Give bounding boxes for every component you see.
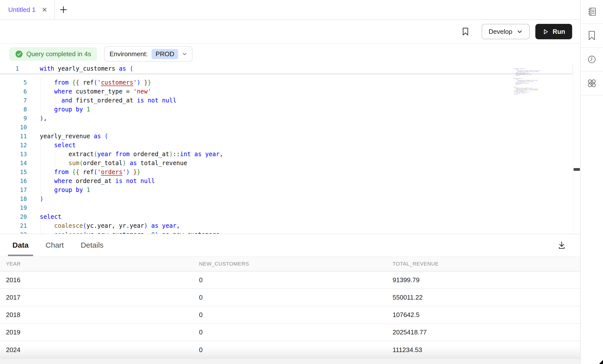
tab-bar: Untitled 1 — [0, 0, 580, 20]
line-number: 5 — [0, 78, 27, 87]
line-number: 9 — [0, 114, 27, 123]
run-button[interactable]: Run — [535, 24, 572, 39]
table-row[interactable]: 20180107642.5 — [0, 306, 580, 324]
line-number: 22 — [0, 230, 27, 234]
results-tab-data[interactable]: Data — [8, 234, 33, 256]
line-number: 17 — [0, 185, 27, 194]
code-line-14[interactable]: 14 sum(order_total) as total_revenue — [0, 159, 187, 168]
tab-untitled-1[interactable]: Untitled 1 — [0, 0, 55, 19]
history-clock-icon — [586, 54, 597, 65]
table-row[interactable]: 20170550011.22 — [0, 289, 580, 306]
code-line-7[interactable]: 7 and first_ordered_at is not null — [0, 96, 176, 105]
main-column: Untitled 1 Develop Run — [0, 0, 580, 364]
bookmark-icon — [587, 30, 597, 41]
table-cell: 91399.79 — [387, 276, 580, 284]
close-icon[interactable] — [41, 6, 48, 13]
table-cell: 0 — [193, 276, 387, 284]
code-line-21[interactable]: 21 coalesce(yc.year, yr.year) as year, — [0, 221, 180, 230]
status-row: Query completed in 4s Environment: PROD — [0, 44, 580, 64]
results-tabs: DataChartDetails — [0, 234, 580, 256]
table-row[interactable]: 20240111234.53 — [0, 341, 580, 359]
toolbar: Develop Run — [0, 20, 580, 44]
table-row[interactable]: 2016091399.79 — [0, 272, 580, 289]
sidebar-history-button[interactable] — [581, 48, 603, 72]
line-number: 7 — [0, 96, 27, 105]
chevron-down-icon — [182, 51, 187, 56]
new-tab-button[interactable] — [55, 0, 72, 19]
line-number: 18 — [0, 194, 27, 203]
code-line-19[interactable]: 19 — [0, 203, 40, 212]
code-line-12[interactable]: 12 select — [0, 141, 76, 150]
line-number: 12 — [0, 141, 27, 150]
code-line-9[interactable]: 9), — [0, 114, 47, 123]
table-cell: 2019 — [0, 328, 193, 336]
line-number: 13 — [0, 150, 27, 159]
sidebar-notebook-button[interactable] — [581, 0, 603, 24]
download-button[interactable] — [556, 240, 567, 251]
table-cell: 2018 — [0, 311, 193, 319]
right-sidebar — [580, 0, 603, 364]
code-line-11[interactable]: 11yearly_revenue as ( — [0, 132, 108, 141]
code-line-20[interactable]: 20select — [0, 212, 61, 221]
run-button-label: Run — [553, 28, 565, 36]
sticky-line-code: with yearly_customers as ( — [40, 64, 133, 73]
code-line-17[interactable]: 17 group by 1 — [0, 185, 90, 194]
develop-button[interactable]: Develop — [482, 24, 530, 39]
code-line-10[interactable]: 10 — [0, 123, 40, 132]
results-tab-details[interactable]: Details — [76, 234, 108, 256]
table-cell: 2016 — [0, 276, 193, 284]
resize-corner-handle[interactable] — [599, 360, 603, 364]
sticky-scroll-line[interactable]: 1 with yearly_customers as ( — [0, 64, 572, 73]
scrollbar-thumb[interactable] — [574, 168, 580, 171]
code-line-13[interactable]: 13 extract(year from ordered_at)::int as… — [0, 150, 223, 159]
column-header-total_revenue: TOTAL_REVENUE — [387, 261, 580, 267]
code-line-8[interactable]: 8 group by 1 — [0, 105, 90, 114]
code-line-16[interactable]: 16 where ordered_at is not null — [0, 177, 155, 185]
table-cell: 0 — [193, 328, 387, 336]
sql-ide-app: Untitled 1 Develop Run — [0, 0, 603, 364]
results-panel: DataChartDetails YEARNEW_CUSTOMERSTOTAL_… — [0, 234, 580, 364]
sidebar-lineage-button[interactable] — [581, 72, 603, 95]
bookmark-icon — [462, 27, 469, 36]
table-row[interactable]: 201902025418.77 — [0, 324, 580, 341]
environment-value-chip: PROD — [151, 49, 178, 59]
bookmark-button[interactable] — [462, 27, 469, 36]
line-number: 15 — [0, 168, 27, 177]
line-number: 10 — [0, 123, 27, 132]
environment-selector[interactable]: Environment: PROD — [104, 46, 193, 62]
download-icon — [557, 241, 566, 250]
code-line-18[interactable]: 18) — [0, 194, 43, 203]
table-cell: 550011.22 — [387, 294, 580, 301]
column-header-new_customers: NEW_CUSTOMERS — [193, 261, 387, 267]
table-cell: 0 — [193, 294, 387, 301]
develop-button-label: Develop — [489, 28, 512, 36]
table-cell: 0 — [193, 346, 387, 354]
code-line-5[interactable]: 5 from {{ ref('customers') }} — [0, 78, 151, 87]
table-cell: 111234.53 — [387, 346, 580, 354]
table-cell: 2024 — [0, 346, 193, 354]
horizontal-scrollbar-track[interactable] — [0, 359, 580, 364]
table-cell: 2017 — [0, 294, 193, 301]
code-line-15[interactable]: 15 from {{ ref('orders') }} — [0, 168, 141, 177]
table-cell: 107642.5 — [387, 311, 580, 319]
code-line-22[interactable]: 22 coalesce(yc.new_customers, 0) as new_… — [0, 230, 223, 234]
results-tab-chart[interactable]: Chart — [41, 234, 68, 256]
column-header-year: YEAR — [0, 261, 193, 267]
chevron-down-icon — [517, 29, 523, 35]
line-number: 11 — [0, 132, 27, 141]
line-number: 21 — [0, 221, 27, 230]
line-number: 1 — [0, 64, 19, 73]
sidebar-bookmarks-button[interactable] — [581, 24, 603, 48]
notebook-icon — [586, 6, 597, 17]
table-body: 2016091399.7920170550011.2220180107642.5… — [0, 272, 580, 359]
sql-editor[interactable]: 5 from {{ ref('customers') }}6 where cus… — [0, 64, 580, 234]
table-cell: 0 — [193, 311, 387, 319]
editor-scrollbar[interactable] — [573, 64, 580, 234]
editor-minimap[interactable]: with yearly_customers as ( select extrac… — [514, 68, 567, 98]
check-circle-icon — [15, 50, 23, 58]
line-number: 8 — [0, 105, 27, 114]
query-status-text: Query completed in 4s — [26, 50, 91, 58]
code-line-6[interactable]: 6 where customer_type = 'new' — [0, 87, 151, 96]
environment-label: Environment: — [109, 50, 148, 58]
lineage-knot-icon — [586, 78, 598, 89]
